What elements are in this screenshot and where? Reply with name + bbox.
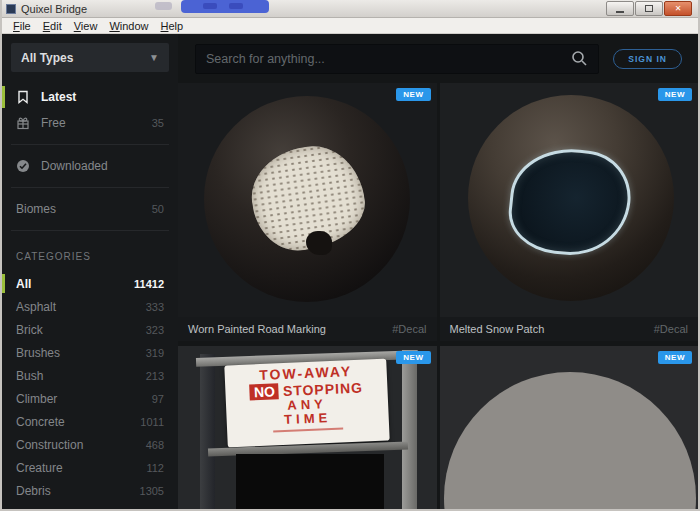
sidebar-item-label: Free bbox=[41, 116, 152, 130]
quixel-bridge-window: Quixel Bridge ✕ File Edit View Window He… bbox=[0, 0, 700, 511]
decal-patch-notch bbox=[306, 231, 332, 255]
category-count: 319 bbox=[146, 347, 164, 359]
sidebar-item-label: Latest bbox=[41, 90, 164, 104]
chevron-down-icon: ▼ bbox=[149, 52, 159, 63]
category-label: Construction bbox=[16, 438, 146, 452]
asset-title: Melted Snow Patch bbox=[450, 323, 654, 335]
type-filter-label: All Types bbox=[21, 51, 73, 65]
close-button[interactable]: ✕ bbox=[664, 1, 692, 16]
sidebar-item-latest[interactable]: Latest bbox=[2, 84, 178, 110]
category-label: Bush bbox=[16, 369, 146, 383]
window-controls: ✕ bbox=[605, 1, 692, 16]
category-bush[interactable]: Bush 213 bbox=[2, 364, 178, 387]
category-label: Asphalt bbox=[16, 300, 146, 314]
category-brick[interactable]: Brick 323 bbox=[2, 318, 178, 341]
category-label: Decals bbox=[16, 507, 140, 511]
category-count: 1581 bbox=[140, 508, 164, 511]
gift-icon bbox=[16, 116, 30, 130]
category-count: 468 bbox=[146, 439, 164, 451]
material-sphere bbox=[444, 372, 696, 509]
category-label: Concrete bbox=[16, 415, 140, 429]
overlay-dot bbox=[155, 2, 172, 10]
overlay-badge bbox=[181, 0, 269, 13]
category-label: Creature bbox=[16, 461, 146, 475]
category-count: 11412 bbox=[134, 278, 164, 290]
check-circle-icon bbox=[16, 159, 30, 173]
asset-preview[interactable]: NEW bbox=[440, 346, 699, 509]
sidebar-item-downloaded[interactable]: Downloaded bbox=[2, 153, 178, 179]
category-construction[interactable]: Construction 468 bbox=[2, 433, 178, 456]
minimize-icon bbox=[616, 11, 624, 13]
topbar: SIGN IN bbox=[178, 34, 698, 83]
sidebar-item-biomes[interactable]: Biomes 50 bbox=[2, 196, 178, 222]
sign-in-button[interactable]: SIGN IN bbox=[613, 49, 682, 69]
search-input[interactable] bbox=[206, 52, 571, 66]
asset-footer: Melted Snow Patch #Decal bbox=[440, 317, 699, 341]
category-label: Brick bbox=[16, 323, 146, 337]
asset-title: Worn Painted Road Marking bbox=[188, 323, 392, 335]
maximize-icon bbox=[645, 5, 653, 12]
new-badge: NEW bbox=[658, 88, 692, 101]
category-brushes[interactable]: Brushes 319 bbox=[2, 341, 178, 364]
active-indicator bbox=[2, 86, 5, 108]
active-indicator bbox=[2, 274, 5, 293]
titlebar: Quixel Bridge ✕ bbox=[2, 0, 698, 18]
menu-view[interactable]: View bbox=[68, 20, 104, 32]
asset-preview[interactable]: NEW bbox=[178, 83, 437, 317]
sign-subline bbox=[273, 427, 343, 432]
categories-header: CATEGORIES bbox=[2, 239, 178, 272]
divider bbox=[11, 230, 169, 231]
minimize-button[interactable] bbox=[606, 1, 634, 16]
category-concrete[interactable]: Concrete 1011 bbox=[2, 410, 178, 433]
asset-tile-tow-away-sign[interactable]: NEW TOW-AWAY NO STOPPING ANY TIME bbox=[178, 346, 437, 509]
divider bbox=[11, 144, 169, 145]
category-climber[interactable]: Climber 97 bbox=[2, 387, 178, 410]
bookmark-icon bbox=[16, 90, 30, 104]
new-badge: NEW bbox=[396, 351, 430, 364]
category-decals[interactable]: Decals 1581 bbox=[2, 502, 178, 511]
search-icon[interactable] bbox=[571, 50, 588, 67]
app-icon bbox=[6, 4, 16, 14]
category-count: 333 bbox=[146, 301, 164, 313]
maximize-button[interactable] bbox=[635, 1, 663, 16]
category-all[interactable]: All 11412 bbox=[2, 272, 178, 295]
menu-help[interactable]: Help bbox=[155, 20, 190, 32]
category-count: 1011 bbox=[140, 416, 164, 428]
category-count: 1305 bbox=[140, 485, 164, 497]
category-debris[interactable]: Debris 1305 bbox=[2, 479, 178, 502]
sign-post bbox=[200, 354, 215, 509]
main-content: SIGN IN NEW Worn Painted Road Marking #D… bbox=[178, 34, 698, 509]
category-count: 112 bbox=[146, 462, 164, 474]
category-creature[interactable]: Creature 112 bbox=[2, 456, 178, 479]
category-count: 323 bbox=[146, 324, 164, 336]
window-title: Quixel Bridge bbox=[21, 3, 87, 15]
sidebar-item-label: Downloaded bbox=[41, 159, 164, 173]
asset-tag[interactable]: #Decal bbox=[654, 323, 688, 335]
asset-preview[interactable]: NEW bbox=[440, 83, 699, 317]
type-filter-dropdown[interactable]: All Types ▼ bbox=[11, 43, 169, 72]
asset-grid: NEW Worn Painted Road Marking #Decal NEW bbox=[178, 83, 698, 509]
category-label: Debris bbox=[16, 484, 140, 498]
new-badge: NEW bbox=[396, 88, 430, 101]
category-label: All bbox=[16, 277, 134, 291]
sign-frame-opening bbox=[236, 454, 384, 509]
asset-preview[interactable]: NEW TOW-AWAY NO STOPPING ANY TIME bbox=[178, 346, 437, 509]
asset-tile-worn-painted-road-marking[interactable]: NEW Worn Painted Road Marking #Decal bbox=[178, 83, 437, 341]
category-count: 97 bbox=[152, 393, 164, 405]
asset-tile-melted-snow-patch[interactable]: NEW Melted Snow Patch #Decal bbox=[440, 83, 699, 341]
sidebar: All Types ▼ Latest Free 35 Downloaded bbox=[2, 34, 178, 509]
sidebar-item-count: 35 bbox=[152, 117, 164, 129]
category-label: Brushes bbox=[16, 346, 146, 360]
app-body: All Types ▼ Latest Free 35 Downloaded bbox=[2, 34, 698, 509]
asset-tile-brick-material[interactable]: NEW bbox=[440, 346, 699, 509]
category-asphalt[interactable]: Asphalt 333 bbox=[2, 295, 178, 318]
tow-away-sign: TOW-AWAY NO STOPPING ANY TIME bbox=[224, 359, 389, 448]
new-badge: NEW bbox=[658, 351, 692, 364]
menu-window[interactable]: Window bbox=[103, 20, 154, 32]
menu-edit[interactable]: Edit bbox=[37, 20, 68, 32]
sidebar-item-free[interactable]: Free 35 bbox=[2, 110, 178, 136]
menu-file[interactable]: File bbox=[7, 20, 37, 32]
asset-tag[interactable]: #Decal bbox=[392, 323, 426, 335]
category-label: Climber bbox=[16, 392, 152, 406]
search-box[interactable] bbox=[195, 44, 599, 74]
